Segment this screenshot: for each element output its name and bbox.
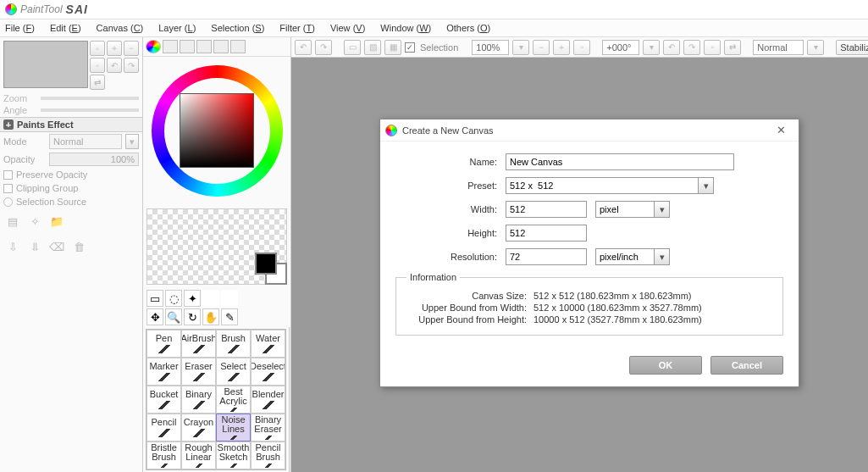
preset-input[interactable] <box>506 177 699 194</box>
brush-airbrush[interactable]: AirBrush <box>181 330 216 358</box>
merge-down-icon[interactable]: ⥥ <box>27 239 42 254</box>
name-input[interactable] <box>506 153 734 170</box>
eyedropper-tool[interactable]: ✎ <box>221 308 238 325</box>
new-linework-icon[interactable]: ✧ <box>27 214 42 229</box>
menu-layer[interactable]: Layer (L) <box>158 23 196 33</box>
size-unit-dropdown[interactable]: ▾ <box>655 201 670 218</box>
navigator-thumb[interactable] <box>3 41 88 88</box>
hand-tool[interactable]: ✋ <box>202 308 219 325</box>
menu-edit[interactable]: Edit (E) <box>50 23 81 33</box>
color-scratchpad-tab[interactable] <box>230 40 246 53</box>
dialog-close-button[interactable]: ✕ <box>768 122 793 139</box>
zoom-tool[interactable]: 🔍 <box>165 308 182 325</box>
transfer-down-icon[interactable]: ⇩ <box>5 239 20 254</box>
color-fgbg[interactable] <box>255 253 287 285</box>
nav-rotate-left-button[interactable]: ↶ <box>107 58 122 73</box>
color-mixer-tab[interactable] <box>196 40 212 53</box>
nav-zoom-out-button[interactable]: － <box>124 41 139 56</box>
mode-select[interactable]: Normal <box>49 134 122 149</box>
redo-button[interactable]: ↷ <box>315 40 332 55</box>
nav-zoom-in-button[interactable]: ＋ <box>107 41 122 56</box>
brush-brush[interactable]: Brush <box>216 330 251 358</box>
brush-best-acrylic[interactable]: Best Acrylic <box>216 386 251 414</box>
delete-layer-icon[interactable]: 🗑 <box>71 239 86 254</box>
brush-pen[interactable]: Pen <box>147 330 181 358</box>
brush-binary-eraser[interactable]: Binary Eraser <box>251 414 285 441</box>
brush-select[interactable]: Select <box>216 358 251 386</box>
menu-others[interactable]: Others (O) <box>446 23 490 33</box>
selection-source-radio[interactable]: Selection Source <box>3 197 139 207</box>
lasso-tool[interactable]: ◌ <box>165 290 182 307</box>
zoom-in-button[interactable]: ＋ <box>553 40 570 55</box>
blend-combo[interactable]: Normal <box>753 40 804 55</box>
selection-checkbox[interactable]: ✓ <box>405 42 415 53</box>
menu-canvas[interactable]: Canvas (C) <box>97 23 144 33</box>
color-wheel[interactable] <box>152 65 283 197</box>
zoom-slider[interactable] <box>41 97 139 100</box>
mode-dropdown-icon[interactable]: ▾ <box>125 134 139 149</box>
clipping-group-checkbox[interactable]: Clipping Group <box>3 183 139 193</box>
show-sel-button[interactable]: ▦ <box>384 40 401 55</box>
brush-pencil[interactable]: Pencil <box>147 414 181 441</box>
color-swatches-tab[interactable] <box>213 40 229 53</box>
undo-button[interactable]: ↶ <box>295 40 312 55</box>
brush-rough-linear[interactable]: Rough Linear <box>181 441 216 469</box>
opacity-slider[interactable]: 100% <box>49 153 139 166</box>
nav-rotate-right-button[interactable]: ↷ <box>124 58 139 73</box>
dialog-titlebar[interactable]: Create a New Canvas ✕ <box>380 119 799 142</box>
zoom-dropdown[interactable]: ▾ <box>512 40 529 55</box>
preset-dropdown[interactable]: ▾ <box>699 177 714 194</box>
color-hsv-tab[interactable] <box>180 40 195 53</box>
rect-select-tool[interactable]: ▭ <box>147 290 163 307</box>
menu-window[interactable]: Window (W) <box>380 23 431 33</box>
ok-button[interactable]: OK <box>629 356 702 375</box>
rotate-reset-button[interactable]: ▫ <box>704 40 721 55</box>
width-input[interactable] <box>506 201 587 218</box>
angle-slider[interactable] <box>41 108 139 112</box>
preserve-opacity-checkbox[interactable]: Preserve Opacity <box>3 169 139 180</box>
rotate-ccw-button[interactable]: ↶ <box>663 40 680 55</box>
zoom-out-button[interactable]: － <box>533 40 550 55</box>
color-rgb-tab[interactable] <box>163 40 178 53</box>
brush-blender[interactable]: Blender <box>251 386 285 414</box>
magic-wand-tool[interactable]: ✦ <box>184 290 201 307</box>
color-wheel-tab[interactable] <box>146 40 161 53</box>
blend-dropdown[interactable]: ▾ <box>807 40 824 55</box>
brush-binary[interactable]: Binary <box>181 386 216 414</box>
deselect-button[interactable]: ▭ <box>344 40 361 55</box>
brush-water[interactable]: Water <box>251 330 285 358</box>
brush-deselect[interactable]: Deselect <box>251 358 285 386</box>
cancel-button[interactable]: Cancel <box>710 356 783 375</box>
brush-smooth-sketch[interactable]: Smooth Sketch <box>216 441 251 469</box>
nav-flip-button[interactable]: ⇄ <box>90 75 105 90</box>
clear-layer-icon[interactable]: ⌫ <box>49 239 64 254</box>
resolution-input[interactable] <box>506 248 587 265</box>
rotate-tool[interactable]: ↻ <box>184 308 201 325</box>
resolution-unit-select[interactable]: pixel/inch <box>595 248 655 265</box>
size-unit-select[interactable]: pixel <box>595 201 655 218</box>
brush-crayon[interactable]: Crayon <box>181 414 216 441</box>
menu-file[interactable]: File (F) <box>5 23 35 33</box>
resolution-unit-dropdown[interactable]: ▾ <box>655 248 670 265</box>
paints-effect-header[interactable]: + Paints Effect <box>0 117 142 132</box>
brush-marker[interactable]: Marker <box>147 358 181 386</box>
nav-fit-button[interactable]: ▫ <box>90 41 105 56</box>
move-tool[interactable]: ✥ <box>147 308 163 325</box>
flip-h-button[interactable]: ⇄ <box>724 40 741 55</box>
menu-filter[interactable]: Filter (T) <box>279 23 315 33</box>
invert-sel-button[interactable]: ▨ <box>364 40 381 55</box>
new-layer-icon[interactable]: ▤ <box>5 214 20 229</box>
nav-reset-button[interactable]: ▫ <box>90 58 105 73</box>
height-input[interactable] <box>506 225 587 242</box>
new-folder-icon[interactable]: 📁 <box>49 214 64 229</box>
brush-bristle-brush[interactable]: Bristle Brush <box>147 441 181 469</box>
brush-noise-lines[interactable]: Noise Lines <box>216 414 251 441</box>
brush-scrollbar[interactable] <box>289 327 290 472</box>
menu-selection[interactable]: Selection (S) <box>211 23 264 33</box>
brush-bucket[interactable]: Bucket <box>147 386 181 414</box>
rotate-dropdown[interactable]: ▾ <box>643 40 660 55</box>
zoom-fit-button[interactable]: ▫ <box>573 40 590 55</box>
rotate-combo[interactable]: +000° <box>602 40 639 55</box>
foreground-color-swatch[interactable] <box>255 253 277 275</box>
menu-view[interactable]: View (V) <box>330 23 365 33</box>
